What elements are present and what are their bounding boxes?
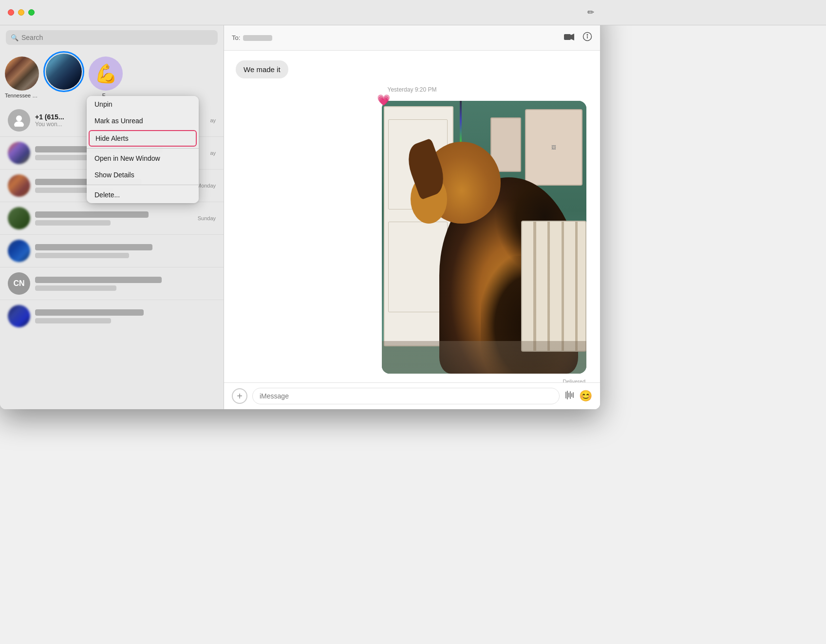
chat-input-area: + 😊 <box>224 382 600 409</box>
pinned-avatar-2-selected <box>46 54 82 90</box>
info-button[interactable] <box>582 32 592 44</box>
search-input[interactable] <box>21 34 213 41</box>
avatar-4 <box>8 207 30 229</box>
conv-info-5 <box>35 244 216 258</box>
messages-area: We made it Yesterday 9:20 PM 💗 🖼 <box>224 51 600 382</box>
conv-name-blur-4 <box>35 211 149 218</box>
message-timestamp: Yesterday 9:20 PM <box>236 86 588 93</box>
message-bubble-1: We made it <box>236 60 288 78</box>
chat-area: To: We made it Yesterday 9:20 PM 💗 <box>224 25 600 409</box>
conv-time-2: ay <box>210 150 216 156</box>
svg-rect-11 <box>571 393 572 397</box>
avatar-1 <box>8 109 30 132</box>
svg-rect-7 <box>565 392 566 398</box>
message-image-sent: 💗 🖼 <box>382 101 586 374</box>
pinned-item-1[interactable]: Tennessee Flor... <box>5 57 39 98</box>
conv-info-7 <box>35 309 216 323</box>
avatar-2 <box>8 142 30 164</box>
audio-record-button[interactable] <box>564 390 574 402</box>
conv-preview-blur-6 <box>35 285 116 291</box>
context-menu-item-open-new-window[interactable]: Open in New Window <box>87 150 199 167</box>
context-menu-item-hide-alerts[interactable]: Hide Alerts <box>89 130 197 147</box>
message-input[interactable] <box>252 388 560 404</box>
avatar-cn: CN <box>8 272 30 295</box>
conv-name-blur-5 <box>35 244 152 250</box>
conv-info-4 <box>35 211 193 226</box>
context-menu-item-show-details[interactable]: Show Details <box>87 167 199 183</box>
pinned-name-1: Tennessee Flor... <box>5 93 39 98</box>
svg-rect-2 <box>564 34 571 40</box>
sidebar: 🔍 Tennessee Flor... 💪 <box>0 25 224 409</box>
pinned-item-2[interactable] <box>46 54 82 98</box>
search-bar[interactable]: 🔍 <box>6 30 218 45</box>
svg-point-1 <box>14 121 24 127</box>
minimize-button[interactable] <box>18 9 24 16</box>
context-menu-divider-1 <box>87 148 199 149</box>
recipient-name-blur <box>243 35 272 41</box>
conversation-item-6[interactable]: CN <box>0 267 224 300</box>
heart-reaction: 💗 <box>377 94 390 107</box>
svg-rect-9 <box>568 393 569 398</box>
message-received-1: We made it <box>236 60 288 78</box>
maximize-button[interactable] <box>28 9 35 16</box>
conversation-item-7[interactable] <box>0 300 224 332</box>
conversation-item-5[interactable] <box>0 235 224 267</box>
avatar-3 <box>8 174 30 197</box>
svg-rect-8 <box>567 391 568 399</box>
svg-rect-10 <box>570 391 571 399</box>
traffic-lights <box>8 9 35 16</box>
to-label: To: <box>232 34 240 41</box>
conv-preview-blur-5 <box>35 253 129 258</box>
context-menu-item-delete[interactable]: Delete... <box>87 187 199 203</box>
conv-info-6 <box>35 277 216 291</box>
conv-time-4: Sunday <box>198 215 216 221</box>
context-menu: Unpin Mark as Unread Hide Alerts Open in… <box>87 96 199 203</box>
context-menu-item-mark-unread[interactable]: Mark as Unread <box>87 113 199 129</box>
conv-preview-blur-7 <box>35 318 111 323</box>
close-button[interactable] <box>8 9 14 16</box>
delivered-label: Delivered <box>236 379 585 382</box>
conversation-item-4[interactable]: Sunday <box>0 202 224 235</box>
pinned-avatar-1 <box>5 57 39 91</box>
dog-photo[interactable]: 🖼 <box>382 101 586 374</box>
pinned-avatar-3: 💪 <box>89 57 123 91</box>
svg-point-0 <box>16 115 22 121</box>
search-icon: 🔍 <box>11 34 19 41</box>
avatar-5 <box>8 240 30 262</box>
add-attachment-button[interactable]: + <box>232 388 247 404</box>
conv-preview-blur-4 <box>35 220 111 226</box>
svg-rect-12 <box>573 392 574 398</box>
conv-name-blur-7 <box>35 309 144 316</box>
emoji-button[interactable]: 😊 <box>579 390 592 402</box>
compose-button[interactable]: ✏ <box>587 7 594 18</box>
pinned-item-3[interactable]: 💪 F... <box>89 57 123 98</box>
svg-marker-3 <box>571 34 574 40</box>
svg-point-6 <box>587 35 588 36</box>
conv-name-blur-6 <box>35 277 162 283</box>
conv-time-1: ay <box>210 117 216 123</box>
header-icons <box>564 32 592 44</box>
conv-time-3: Monday <box>197 183 216 189</box>
context-menu-divider-2 <box>87 185 199 185</box>
context-menu-item-unpin[interactable]: Unpin <box>87 96 199 113</box>
chat-header: To: <box>224 25 600 51</box>
video-call-button[interactable] <box>564 33 575 43</box>
avatar-7 <box>8 305 30 327</box>
